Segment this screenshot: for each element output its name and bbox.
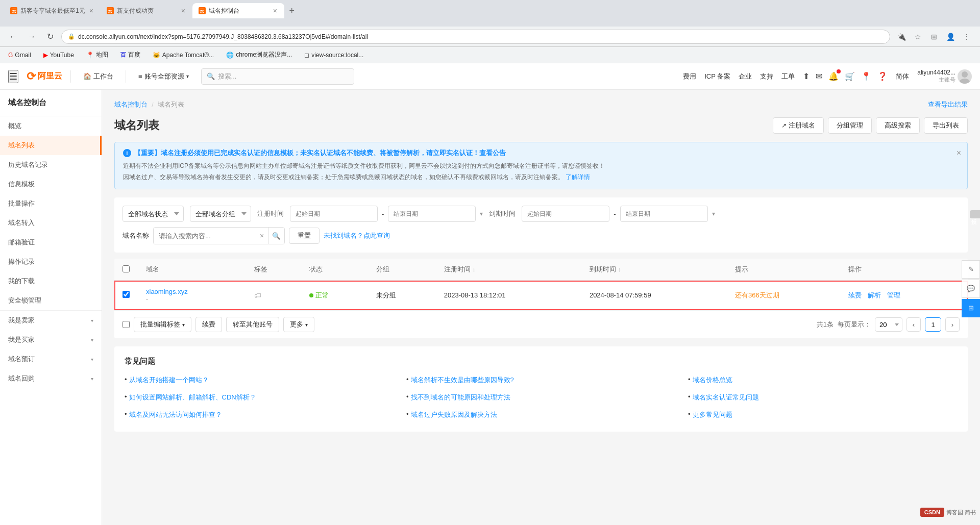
- bookmark-baidu[interactable]: 百 百度: [118, 49, 142, 60]
- nav-enterprise[interactable]: 企业: [739, 72, 752, 81]
- nav-fee[interactable]: 费用: [683, 72, 696, 81]
- domain-name-link[interactable]: xiaomings.xyz: [146, 288, 188, 295]
- hamburger-menu[interactable]: ☰: [8, 70, 18, 83]
- nav-upload-icon[interactable]: ⬆: [803, 71, 810, 81]
- forward-button[interactable]: →: [24, 30, 39, 44]
- bookmark-maps[interactable]: 📍 地图: [84, 49, 110, 60]
- manage-action-link[interactable]: 管理: [887, 291, 900, 300]
- sidebar-item-email-verify[interactable]: 邮箱验证: [0, 233, 102, 252]
- float-chat-button[interactable]: 💬: [962, 280, 980, 298]
- sidebar-item-history[interactable]: 历史域名记录: [0, 155, 102, 174]
- more-button[interactable]: 更多 ▾: [283, 317, 314, 332]
- faq-item-2[interactable]: • 域名及网站无法访问如何排查？: [125, 408, 394, 421]
- reload-button[interactable]: ↻: [43, 30, 57, 44]
- prev-page-button[interactable]: ‹: [906, 317, 921, 332]
- faq-item-6[interactable]: • 域名价格总览: [688, 373, 958, 387]
- nav-locale[interactable]: 简体: [896, 72, 909, 81]
- select-all-checkbox[interactable]: [122, 265, 130, 272]
- user-avatar-area[interactable]: aliyun44402... 主账号: [917, 69, 972, 84]
- tab-2[interactable]: 云 新支付成功页 ×: [101, 3, 192, 18]
- breadcrumb-link-1[interactable]: 域名控制台: [114, 100, 148, 109]
- float-apps-button[interactable]: ⊞: [962, 299, 980, 317]
- nav-mail-icon[interactable]: ✉: [816, 71, 822, 81]
- star-icon[interactable]: ☆: [911, 30, 925, 44]
- sidebar-item-reserve[interactable]: 域名预订 ▾: [0, 349, 102, 369]
- sidebar-item-info-template[interactable]: 信息模板: [0, 174, 102, 194]
- domain-status-select[interactable]: 全部域名状态: [122, 206, 184, 222]
- menu-icon[interactable]: ⋮: [960, 30, 974, 44]
- register-domain-button[interactable]: ↗ 注册域名: [773, 117, 824, 134]
- tab-1-close[interactable]: ×: [88, 6, 94, 16]
- nav-help-icon[interactable]: ❓: [877, 71, 888, 81]
- sidebar-item-buyer[interactable]: 我是买家 ▾: [0, 330, 102, 349]
- expire-start-date[interactable]: [522, 206, 609, 222]
- float-edit-button[interactable]: ✎: [962, 260, 980, 279]
- faq-item-8[interactable]: • 更多常见问题: [688, 408, 958, 421]
- sidebar-item-security-lock[interactable]: 安全锁管理: [0, 291, 102, 310]
- faq-item-4[interactable]: • 找不到域名的可能原因和处理方法: [406, 391, 676, 404]
- table-header-expire-time[interactable]: 到期时间 ↕: [581, 259, 727, 281]
- table-header-reg-time[interactable]: 注册时间 ↕: [436, 259, 581, 281]
- faq-item-1[interactable]: • 如何设置网站解析、邮箱解析、CDN解析？: [125, 391, 394, 404]
- sidebar-item-overview[interactable]: 概览: [0, 116, 102, 136]
- bookmark-chrome[interactable]: 🌐 chrome浏览器没声...: [224, 49, 294, 60]
- resolve-action-link[interactable]: 解析: [868, 291, 881, 300]
- expire-end-date[interactable]: [620, 206, 708, 222]
- batch-edit-tags-button[interactable]: 批量编辑标签 ▾: [134, 317, 191, 332]
- reg-end-date[interactable]: [388, 206, 476, 222]
- page-size-select[interactable]: 20 50 100: [875, 317, 902, 332]
- group-manage-button[interactable]: 分组管理: [828, 117, 872, 134]
- bookmark-viewsource[interactable]: ◻ view-source:local...: [302, 51, 365, 60]
- back-button[interactable]: ←: [6, 30, 20, 44]
- no-domain-link[interactable]: 未找到域名？点此查询: [324, 231, 390, 240]
- view-results-link[interactable]: 查看导出结果: [928, 100, 968, 109]
- row-checkbox[interactable]: [122, 291, 130, 298]
- table-header-checkbox[interactable]: [114, 259, 138, 281]
- tab-2-close[interactable]: ×: [180, 6, 186, 16]
- nav-ticket[interactable]: 工单: [781, 72, 795, 81]
- reg-start-date[interactable]: [290, 206, 378, 222]
- nav-support[interactable]: 支持: [760, 72, 773, 81]
- nav-icp[interactable]: ICP 备案: [704, 72, 730, 81]
- renew-action-link[interactable]: 续费: [848, 291, 862, 300]
- extensions-icon[interactable]: 🔌: [894, 30, 909, 44]
- sidebar-item-op-logs[interactable]: 操作记录: [0, 252, 102, 271]
- search-input[interactable]: [154, 228, 256, 244]
- next-page-button[interactable]: ›: [945, 317, 960, 332]
- nav-location-icon[interactable]: 📍: [861, 71, 871, 81]
- sidebar-item-seller[interactable]: 我是卖家 ▾: [0, 311, 102, 330]
- sidebar-item-domain-list[interactable]: 域名列表: [0, 136, 102, 155]
- sidebar-item-repurchase[interactable]: 域名回购 ▾: [0, 369, 102, 388]
- faq-item-5[interactable]: • 域名过户失败原因及解决方法: [406, 408, 676, 421]
- sidebar-item-downloads[interactable]: 我的下载: [0, 271, 102, 291]
- alert-close-button[interactable]: ×: [957, 148, 961, 158]
- nav-account-resources[interactable]: ≡ 账号全部资源 ▾: [134, 70, 193, 83]
- profile-icon[interactable]: 👤: [943, 30, 958, 44]
- bookmark-tomcat[interactable]: 🐱 Apache Tomcat®...: [151, 51, 216, 60]
- export-list-button[interactable]: 导出列表: [924, 117, 968, 134]
- sidebar-item-batch-ops[interactable]: 批量操作: [0, 194, 102, 213]
- tag-icon[interactable]: 🏷: [254, 291, 261, 299]
- reset-button[interactable]: 重置: [289, 228, 320, 244]
- nav-workbench[interactable]: 🏠 工作台: [79, 70, 117, 83]
- faq-item-0[interactable]: • 从域名开始搭建一个网站？: [125, 373, 394, 387]
- alert-detail-link[interactable]: 了解详情: [566, 173, 590, 181]
- feedback-tab[interactable]: 反馈: [970, 210, 980, 218]
- sidebar-item-domain-transfer[interactable]: 域名转入: [0, 213, 102, 233]
- advanced-search-button[interactable]: 高级搜索: [876, 117, 920, 134]
- faq-item-3[interactable]: • 域名解析不生效是由哪些原因导致?: [406, 373, 676, 387]
- new-tab-button[interactable]: +: [284, 3, 300, 18]
- tab-3[interactable]: 云 域名控制台 ×: [192, 3, 284, 18]
- faq-item-7[interactable]: • 域名实名认证常见问题: [688, 391, 958, 404]
- search-clear-button[interactable]: ×: [256, 232, 268, 240]
- search-submit-button[interactable]: 🔍: [268, 228, 284, 244]
- nav-bell-icon[interactable]: 🔔: [828, 71, 839, 81]
- tab-3-close[interactable]: ×: [272, 6, 278, 16]
- batch-renew-button[interactable]: 续费: [195, 317, 222, 332]
- address-bar[interactable]: 🔒 dc.console.aliyun.com/next/index?spm=5…: [61, 30, 890, 44]
- alert-title-link[interactable]: 【重要】域名注册必须使用已完成实名认证的信息模板；未实名认证域名不能续费、将被暂…: [134, 148, 506, 158]
- top-search-bar[interactable]: 🔍 搜索...: [201, 68, 354, 85]
- nav-cart-icon[interactable]: 🛒: [845, 71, 855, 81]
- tab-1[interactable]: 云 新客专享域名最低至1元 ×: [4, 3, 101, 18]
- bookmark-gmail[interactable]: G Gmail: [6, 51, 33, 60]
